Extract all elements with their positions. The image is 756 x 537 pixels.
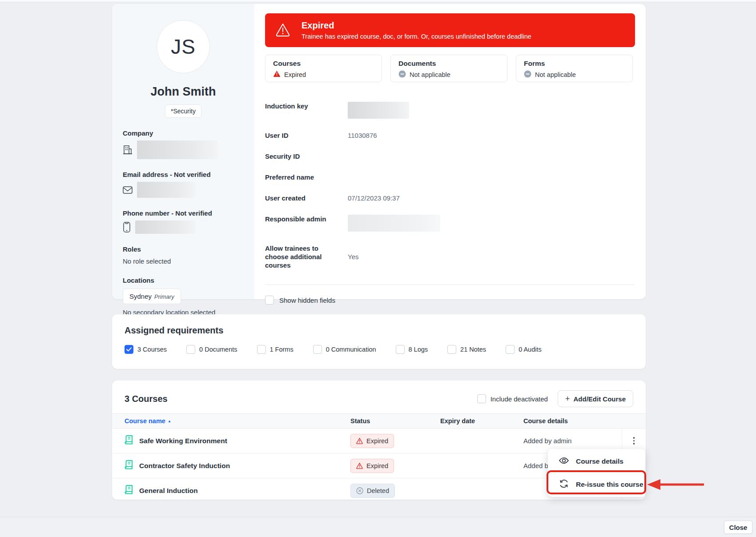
banner-title: Expired bbox=[302, 20, 531, 31]
courses-table-header: Course name▲ Status Expiry date Course d… bbox=[112, 413, 646, 429]
location-primary-badge: Primary bbox=[154, 293, 174, 300]
book-icon bbox=[125, 485, 134, 497]
status-badge: Expired bbox=[350, 434, 394, 448]
profile-fields: Induction key User ID 11030876 Security … bbox=[265, 102, 635, 269]
status-card-courses: Courses Expired bbox=[265, 55, 382, 82]
check-icon bbox=[126, 347, 132, 352]
refresh-icon bbox=[559, 479, 569, 490]
course-name[interactable]: General Induction bbox=[139, 487, 198, 495]
building-icon bbox=[123, 144, 133, 155]
field-label: Induction key bbox=[265, 102, 348, 119]
circle-x-icon bbox=[356, 487, 363, 494]
book-icon bbox=[125, 435, 134, 447]
company-value-redacted bbox=[137, 140, 218, 159]
email-label: Email address - Not verified bbox=[123, 171, 244, 178]
close-button[interactable]: Close bbox=[724, 521, 752, 534]
requirement-filter-logs[interactable]: 8 Logs bbox=[396, 345, 428, 354]
include-deactivated-label: Include deactivated bbox=[491, 395, 548, 403]
phone-value-redacted bbox=[135, 220, 196, 234]
warning-triangle-icon bbox=[356, 463, 363, 469]
email-value-redacted bbox=[137, 182, 196, 198]
show-hidden-fields-checkbox[interactable] bbox=[265, 296, 274, 305]
warning-triangle-icon bbox=[356, 438, 363, 444]
field-label: User created bbox=[265, 194, 348, 202]
field-label: Preferred name bbox=[265, 173, 348, 181]
responsible-admin-redacted bbox=[348, 215, 440, 232]
checked-checkbox[interactable] bbox=[125, 345, 133, 354]
field-value: 07/12/2023 09:37 bbox=[348, 194, 400, 202]
envelope-icon bbox=[123, 186, 133, 194]
unchecked-checkbox[interactable] bbox=[506, 345, 515, 354]
profile-card: JS John Smith *Security Company Email ad… bbox=[112, 4, 646, 299]
assigned-requirements-card: Assigned requirements 3 Courses 0 Docume… bbox=[112, 314, 646, 369]
status-card-title: Documents bbox=[398, 60, 499, 68]
fields-divider bbox=[265, 285, 635, 285]
status-card-value: Not applicable bbox=[410, 71, 450, 78]
field-label: Responsible admin bbox=[265, 215, 348, 232]
roles-value: No role selected bbox=[123, 257, 244, 265]
courses-title: 3 Courses bbox=[125, 394, 477, 404]
column-expiry-date: Expiry date bbox=[440, 417, 523, 425]
unchecked-checkbox[interactable] bbox=[313, 345, 322, 354]
footer-bar bbox=[0, 517, 756, 537]
course-name[interactable]: Safe Working Environment bbox=[139, 437, 227, 445]
avatar: JS bbox=[157, 20, 210, 73]
unchecked-checkbox[interactable] bbox=[396, 345, 405, 354]
course-name[interactable]: Contractor Safety Induction bbox=[139, 462, 230, 470]
unchecked-checkbox[interactable] bbox=[257, 345, 266, 354]
assigned-requirements-title: Assigned requirements bbox=[125, 325, 633, 336]
profile-sidebar: JS John Smith *Security Company Email ad… bbox=[112, 4, 254, 299]
field-value: Yes bbox=[348, 252, 358, 261]
column-course-details: Course details bbox=[523, 417, 622, 425]
status-card-documents: Documents Not applicable bbox=[390, 55, 507, 82]
annotation-arrow-icon bbox=[647, 477, 705, 492]
course-details-cell: Added by admin bbox=[523, 437, 622, 445]
add-edit-course-button[interactable]: + Add/Edit Course bbox=[558, 390, 633, 407]
trainee-profile-modal: JS John Smith *Security Company Email ad… bbox=[0, 0, 756, 537]
phone-label: Phone number - Not verified bbox=[123, 209, 244, 217]
include-deactivated[interactable]: Include deactivated bbox=[477, 394, 548, 403]
requirement-filter-documents[interactable]: 0 Documents bbox=[186, 345, 237, 354]
security-tag-chip: *Security bbox=[165, 104, 201, 118]
status-badge: Expired bbox=[350, 459, 394, 473]
requirement-filter-notes[interactable]: 21 Notes bbox=[447, 345, 486, 354]
requirement-filter-forms[interactable]: 1 Forms bbox=[257, 345, 294, 354]
profile-main-pane: Expired Trainee has expired course, doc,… bbox=[254, 4, 646, 299]
location-chip: SydneyPrimary bbox=[123, 289, 181, 304]
show-hidden-fields-label: Show hidden fields bbox=[279, 297, 335, 304]
status-badge: Deleted bbox=[350, 484, 395, 498]
expired-banner: Expired Trainee has expired course, doc,… bbox=[265, 13, 635, 47]
sort-asc-icon: ▲ bbox=[168, 419, 171, 423]
unchecked-checkbox[interactable] bbox=[447, 345, 456, 354]
avatar-initials: JS bbox=[171, 35, 196, 59]
column-status: Status bbox=[350, 417, 440, 425]
banner-subtitle: Trainee has expired course, doc, or form… bbox=[302, 33, 531, 40]
book-icon bbox=[125, 460, 134, 472]
column-course-name[interactable]: Course name▲ bbox=[112, 417, 350, 425]
eye-icon bbox=[559, 457, 569, 466]
phone-icon bbox=[123, 222, 131, 232]
unchecked-checkbox[interactable] bbox=[186, 345, 195, 354]
include-deactivated-checkbox[interactable] bbox=[477, 394, 486, 403]
minus-circle-icon bbox=[524, 70, 531, 79]
person-name: John Smith bbox=[123, 85, 244, 99]
warning-triangle-icon bbox=[273, 70, 281, 79]
footer-divider bbox=[0, 517, 756, 517]
menu-item-reissue-course[interactable]: Re-issue this course bbox=[548, 473, 645, 496]
top-strip bbox=[0, 0, 756, 2]
requirement-filter-courses[interactable]: 3 Courses bbox=[125, 345, 167, 354]
plus-icon: + bbox=[565, 394, 570, 404]
locations-label: Locations bbox=[123, 277, 244, 284]
course-context-menu: Course details Re-issue this course bbox=[548, 449, 645, 497]
menu-item-course-details[interactable]: Course details bbox=[548, 450, 645, 473]
kebab-menu-icon[interactable] bbox=[631, 434, 638, 447]
location-name: Sydney bbox=[129, 293, 152, 300]
field-label: Allow trainees to choose additional cour… bbox=[265, 244, 333, 269]
minus-circle-icon bbox=[398, 70, 406, 79]
field-label: User ID bbox=[265, 131, 348, 140]
field-value: 11030876 bbox=[348, 131, 377, 140]
requirement-filter-communication[interactable]: 0 Communication bbox=[313, 345, 376, 354]
requirement-filter-audits[interactable]: 0 Audits bbox=[506, 345, 542, 354]
company-label: Company bbox=[123, 129, 244, 137]
roles-label: Roles bbox=[123, 245, 244, 253]
